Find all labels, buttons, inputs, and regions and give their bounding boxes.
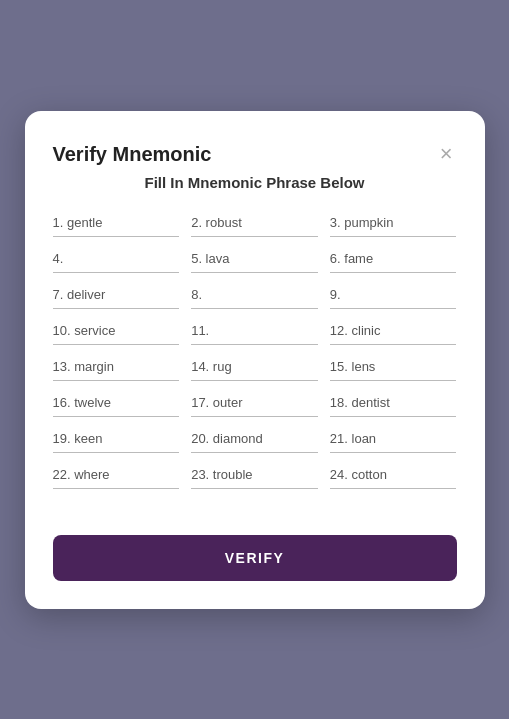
phrase-item: 14. rug xyxy=(191,359,318,381)
phrase-item: 24. cotton xyxy=(330,467,457,489)
phrase-item: 22. where xyxy=(53,467,180,489)
phrase-text: 14. rug xyxy=(191,359,318,381)
close-button[interactable]: × xyxy=(436,143,457,165)
phrase-text: 13. margin xyxy=(53,359,180,381)
phrase-text: 3. pumpkin xyxy=(330,215,457,237)
phrase-item: 11. xyxy=(191,323,318,345)
phrase-item: 1. gentle xyxy=(53,215,180,237)
modal-container: Verify Mnemonic × Fill In Mnemonic Phras… xyxy=(25,111,485,609)
phrase-item: 9. xyxy=(330,287,457,309)
phrase-text: 22. where xyxy=(53,467,180,489)
phrase-text: 1. gentle xyxy=(53,215,180,237)
phrase-item: 7. deliver xyxy=(53,287,180,309)
phrase-item: 21. loan xyxy=(330,431,457,453)
phrase-item: 23. trouble xyxy=(191,467,318,489)
phrase-item: 16. twelve xyxy=(53,395,180,417)
phrase-text: 11. xyxy=(191,323,318,345)
phrase-text: 20. diamond xyxy=(191,431,318,453)
phrase-item: 12. clinic xyxy=(330,323,457,345)
phrase-text: 21. loan xyxy=(330,431,457,453)
modal-title: Verify Mnemonic xyxy=(53,143,212,166)
phrase-text: 5. lava xyxy=(191,251,318,273)
phrase-item: 2. robust xyxy=(191,215,318,237)
phrase-item: 20. diamond xyxy=(191,431,318,453)
phrase-item: 10. service xyxy=(53,323,180,345)
modal-header: Verify Mnemonic × xyxy=(53,143,457,166)
phrase-text: 8. xyxy=(191,287,318,309)
phrase-item: 17. outer xyxy=(191,395,318,417)
phrase-text: 23. trouble xyxy=(191,467,318,489)
phrase-text: 17. outer xyxy=(191,395,318,417)
phrase-text: 24. cotton xyxy=(330,467,457,489)
phrase-item: 5. lava xyxy=(191,251,318,273)
phrase-text: 18. dentist xyxy=(330,395,457,417)
phrase-grid: 1. gentle2. robust3. pumpkin4.5. lava6. … xyxy=(53,215,457,503)
phrase-text: 16. twelve xyxy=(53,395,180,417)
phrase-item: 8. xyxy=(191,287,318,309)
phrase-item: 4. xyxy=(53,251,180,273)
phrase-text: 7. deliver xyxy=(53,287,180,309)
phrase-item: 6. fame xyxy=(330,251,457,273)
phrase-text: 10. service xyxy=(53,323,180,345)
phrase-text: 6. fame xyxy=(330,251,457,273)
phrase-item: 19. keen xyxy=(53,431,180,453)
phrase-text: 15. lens xyxy=(330,359,457,381)
phrase-item: 15. lens xyxy=(330,359,457,381)
modal-subtitle: Fill In Mnemonic Phrase Below xyxy=(53,174,457,191)
phrase-text: 9. xyxy=(330,287,457,309)
phrase-item: 3. pumpkin xyxy=(330,215,457,237)
phrase-text: 19. keen xyxy=(53,431,180,453)
phrase-item: 18. dentist xyxy=(330,395,457,417)
phrase-item: 13. margin xyxy=(53,359,180,381)
phrase-text: 4. xyxy=(53,251,180,273)
verify-button[interactable]: VERIFY xyxy=(53,535,457,581)
phrase-text: 2. robust xyxy=(191,215,318,237)
phrase-text: 12. clinic xyxy=(330,323,457,345)
